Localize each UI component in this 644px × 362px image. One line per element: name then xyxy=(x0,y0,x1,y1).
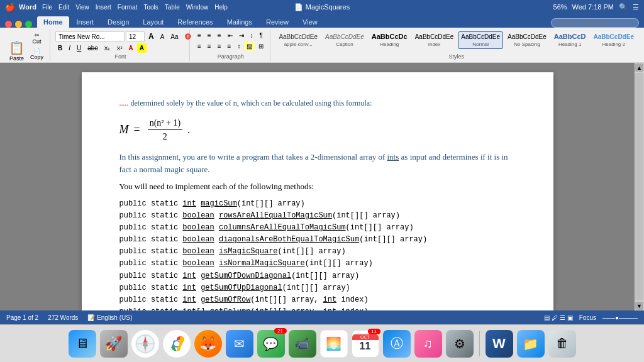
method-getSumRow: public static int getSumOfRow(int[][] ar… xyxy=(119,294,516,306)
align-right-button[interactable]: ≡ xyxy=(215,41,224,51)
font-name-input[interactable] xyxy=(55,31,125,41)
focus-mode[interactable]: Focus xyxy=(579,314,596,321)
tab-references[interactable]: References xyxy=(171,16,219,28)
show-marks-button[interactable]: ¶ xyxy=(257,31,265,40)
dock-item-mail[interactable]: ✉ xyxy=(226,330,253,358)
align-left-button[interactable]: ≡ xyxy=(195,41,204,51)
dock-item-trash[interactable]: 🗑 xyxy=(548,330,576,358)
insert-menu[interactable]: Insert xyxy=(96,4,111,11)
dock-item-music[interactable]: ♫ xyxy=(414,330,442,358)
edit-menu[interactable]: Edit xyxy=(58,4,69,11)
align-center-button[interactable]: ≡ xyxy=(205,41,214,51)
font-controls: A A Aa 🅐 B I U abc X₂ X² A A xyxy=(55,31,186,53)
tools-menu[interactable]: Tools xyxy=(143,4,158,11)
increase-indent-button[interactable]: ⇥ xyxy=(236,31,247,40)
int-keyword: int xyxy=(182,199,196,208)
dock-item-facetime[interactable]: 📹 xyxy=(289,330,316,358)
sort-button[interactable]: ↕ xyxy=(248,31,256,40)
maximize-button[interactable] xyxy=(25,21,32,28)
style-normal[interactable]: AaBbCcDdEe Normal xyxy=(458,31,503,49)
tab-insert[interactable]: Insert xyxy=(70,16,101,28)
style-caption[interactable]: AaBbCcDdEe Caption xyxy=(322,31,367,49)
justify-button[interactable]: ≡ xyxy=(225,41,234,51)
line-spacing-button[interactable]: ↕ xyxy=(235,41,243,51)
superscript-button[interactable]: X² xyxy=(114,44,125,53)
tab-design[interactable]: Design xyxy=(101,16,135,28)
app-name: Word xyxy=(19,3,36,11)
dock-item-appstore[interactable]: Ⓐ xyxy=(383,330,411,358)
italic-button[interactable]: I xyxy=(66,43,73,53)
method-getUpDiag: public static int getSumOfUpDiagonal(int… xyxy=(119,282,516,294)
ribbon-group-paragraph: ≡ ≡ ≡ ⇤ ⇥ ↕ ¶ ≡ ≡ ≡ ≡ ↕ ▧ ⊞ Paragraph xyxy=(191,30,270,61)
view-menu[interactable]: View xyxy=(75,4,89,11)
numbering-button[interactable]: ≡ xyxy=(205,31,214,40)
borders-button[interactable]: ⊞ xyxy=(256,41,266,51)
close-button[interactable] xyxy=(5,21,12,28)
shading-button[interactable]: ▧ xyxy=(244,41,255,51)
dock-item-safari[interactable] xyxy=(131,330,159,358)
ribbon-tabs: Home Insert Design Layout References Mai… xyxy=(0,14,644,28)
font-size-input[interactable] xyxy=(126,31,145,41)
grow-font-button[interactable]: A xyxy=(146,31,157,42)
dock-item-syspref[interactable]: ⚙ xyxy=(446,330,474,358)
highlight-button[interactable]: A xyxy=(137,43,147,53)
main-content: ..... determined solely by the value of … xyxy=(0,63,635,310)
help-menu[interactable]: Help xyxy=(214,4,228,11)
time-display: Wed 7:18 PM xyxy=(572,3,614,11)
tab-layout[interactable]: Layout xyxy=(136,16,170,28)
document-page: ..... determined solely by the value of … xyxy=(82,72,553,310)
dock-item-launchpad[interactable]: 🚀 xyxy=(100,330,128,358)
dock-item-firefox[interactable]: 🦊 xyxy=(194,330,222,358)
underline-button[interactable]: U xyxy=(74,43,84,53)
format-menu[interactable]: Format xyxy=(118,4,138,11)
style-heading1[interactable]: AaBbCcD Heading 1 xyxy=(551,31,589,49)
style-no-spacing[interactable]: AaBbCcDdEe No Spacing xyxy=(504,31,550,49)
dock-item-finder2[interactable]: 📁 xyxy=(517,330,545,358)
multilevel-button[interactable]: ≡ xyxy=(215,31,224,40)
style-preview: AaBbCcD xyxy=(554,33,586,41)
style-apple-conv[interactable]: AaBbCcDdEe apple-conv... xyxy=(275,31,321,49)
apple-icon[interactable]: 🍎 xyxy=(5,3,15,12)
scroll-down-button[interactable]: ▼ xyxy=(635,302,643,310)
status-bar: Page 1 of 2 272 Words 📝 English (US) ▤ 🖊… xyxy=(0,310,644,324)
tab-view[interactable]: View xyxy=(296,16,324,28)
dock-item-finder[interactable]: 🖥 xyxy=(69,330,96,358)
bold-button[interactable]: B xyxy=(55,43,65,53)
tab-home[interactable]: Home xyxy=(37,16,69,28)
scroll-area: ..... determined solely by the value of … xyxy=(0,63,644,310)
dock-item-photos[interactable]: 🌅 xyxy=(320,330,348,358)
paste-button[interactable]: 📋 Paste xyxy=(8,39,26,63)
style-index[interactable]: AaBbCcDdEe Index xyxy=(412,31,457,49)
change-case-button[interactable]: Aa xyxy=(168,32,180,41)
copy-button[interactable]: 📄 Copy xyxy=(28,47,46,62)
table-menu[interactable]: Table xyxy=(165,4,180,11)
cut-button[interactable]: ✂ Cut xyxy=(28,31,46,46)
tab-review[interactable]: Review xyxy=(260,16,295,28)
zoom-slider[interactable]: ——●——— xyxy=(602,314,638,321)
dock-item-calendar[interactable]: OCT 11 xyxy=(352,330,379,358)
decrease-indent-button[interactable]: ⇤ xyxy=(225,31,235,40)
scroll-thumb[interactable] xyxy=(635,73,643,300)
tab-mailings[interactable]: Mailings xyxy=(221,16,258,28)
search-input[interactable] xyxy=(551,18,639,28)
toolbar-icons: File Edit View Insert Format Tools Table… xyxy=(40,4,230,11)
bullets-button[interactable]: ≡ xyxy=(195,31,204,40)
file-menu[interactable]: File xyxy=(42,4,52,11)
shrink-font-button[interactable]: A xyxy=(158,32,167,41)
font-color-button[interactable]: A xyxy=(126,43,135,53)
dock-item-messages[interactable]: 💬 xyxy=(257,330,285,358)
style-heading[interactable]: AaBbCcDc Heading xyxy=(369,31,411,49)
scrollbar[interactable]: ▲ ▼ xyxy=(635,63,644,310)
search-icon[interactable]: 🔍 xyxy=(619,3,628,11)
style-label: Normal xyxy=(472,41,489,47)
subscript-button[interactable]: X₂ xyxy=(101,44,113,53)
style-heading2[interactable]: AaBbCcDdEe Heading 2 xyxy=(591,31,637,49)
dock-item-word[interactable]: W xyxy=(486,330,513,358)
strikethrough-button[interactable]: abc xyxy=(85,43,100,53)
minimize-button[interactable] xyxy=(15,21,22,28)
menu-icon[interactable]: ☰ xyxy=(633,3,639,11)
dock-item-chrome[interactable] xyxy=(163,330,191,358)
window-menu[interactable]: Window xyxy=(186,4,209,11)
battery-status: 56% xyxy=(553,3,567,11)
scroll-up-button[interactable]: ▲ xyxy=(635,63,643,72)
